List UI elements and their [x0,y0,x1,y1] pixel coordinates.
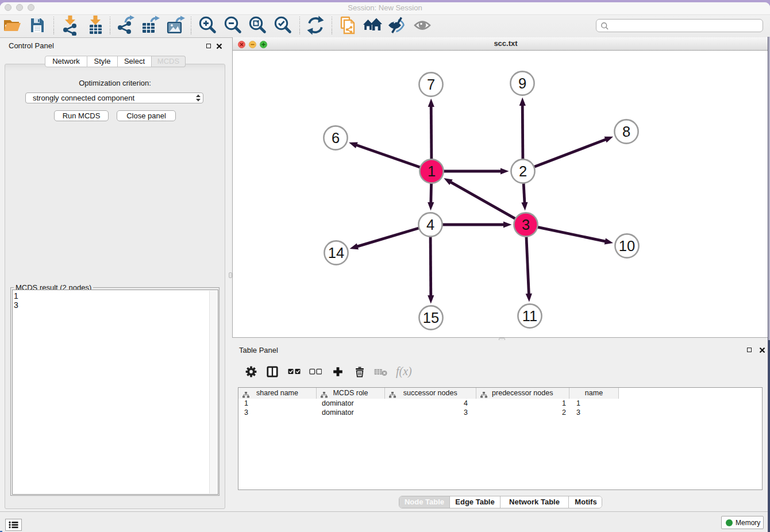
svg-text:6: 6 [332,130,340,146]
svg-text:1: 1 [428,163,436,179]
svg-text:10: 10 [619,238,635,254]
svg-text:15: 15 [423,310,439,326]
svg-text:4: 4 [426,217,434,233]
svg-text:2: 2 [519,163,527,179]
svg-text:14: 14 [328,245,344,261]
svg-text:9: 9 [518,75,526,91]
svg-text:3: 3 [522,217,530,233]
svg-text:8: 8 [622,124,630,140]
svg-text:11: 11 [522,308,537,324]
svg-text:7: 7 [427,76,435,92]
